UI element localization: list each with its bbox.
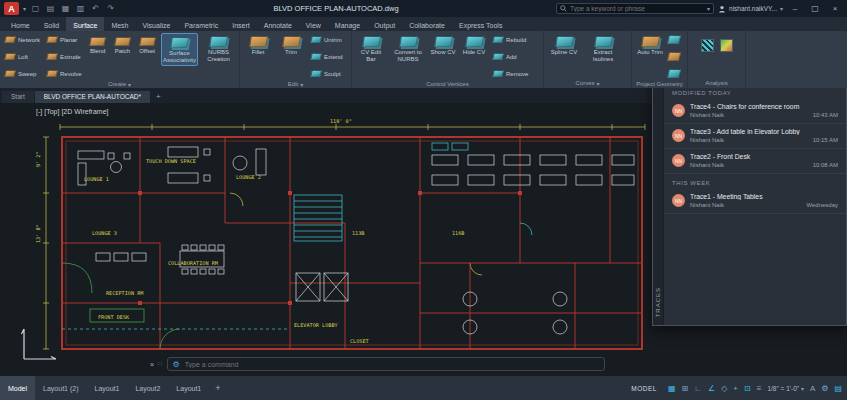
command-input[interactable] <box>185 361 599 368</box>
new-icon[interactable]: ▢ <box>30 4 41 13</box>
minimize-button[interactable]: – <box>787 4 803 13</box>
cv-edit-bar-button[interactable]: CV Edit Bar <box>355 33 387 64</box>
patch-button[interactable]: Patch <box>111 33 133 54</box>
undo-icon[interactable]: ↶ <box>90 4 101 13</box>
layout-tab-layout1-b[interactable]: Layout1 <box>168 376 209 400</box>
panel-label-curves[interactable]: Curves▾ <box>544 78 631 88</box>
print-icon[interactable]: ▥ <box>75 4 86 13</box>
ortho-mode-icon[interactable]: ∟ <box>694 384 702 393</box>
fillet-button[interactable]: Fillet <box>243 33 273 57</box>
offset-button[interactable]: Offset <box>136 33 158 54</box>
zebra-analysis-icon[interactable] <box>701 39 714 52</box>
tab-output[interactable]: Output <box>367 17 402 31</box>
keyword-search[interactable]: ▾ <box>556 3 714 14</box>
panel-label-project-geometry[interactable]: Project Geometry <box>632 80 687 88</box>
project-to-view-icon[interactable] <box>667 52 681 61</box>
customization-icon[interactable]: ▤ <box>834 384 842 393</box>
auto-trim-button[interactable]: Auto Trim <box>635 33 665 57</box>
isometric-drafting-icon[interactable]: ◇ <box>721 384 727 393</box>
trace-list-item[interactable]: NN Trace4 - Chairs for conference room N… <box>664 99 846 124</box>
new-layout-button[interactable]: + <box>209 383 226 393</box>
command-close-icon[interactable]: × <box>150 361 154 368</box>
show-cv-button[interactable]: Show CV <box>429 33 457 57</box>
project-to-ucs-icon[interactable] <box>667 35 681 44</box>
tab-visualize[interactable]: Visualize <box>136 17 178 31</box>
command-customize-icon[interactable]: ⚙ <box>173 360 180 369</box>
nurbs-creation-button[interactable]: NURBS Creation <box>201 33 236 64</box>
loft-button[interactable]: Loft <box>3 52 42 61</box>
trace-list-item[interactable]: NN Trace3 - Add table in Elevator Lobby … <box>664 124 846 149</box>
panel-label-create[interactable]: Create▾ <box>0 80 239 88</box>
extend-button[interactable]: Extend <box>309 52 345 61</box>
trace-list-item[interactable]: NN Trace1 - Meeting Tables Nishant NaikW… <box>664 189 846 214</box>
extract-isolines-button[interactable]: Extract Isolines <box>584 33 622 64</box>
annotation-scale-control[interactable]: 1/8" = 1'-0" ▾ <box>767 385 804 392</box>
tab-express-tools[interactable]: Express Tools <box>452 17 509 31</box>
viewport-visual-style-control[interactable]: [2D Wireframe] <box>61 108 108 115</box>
planar-button[interactable]: Planar <box>45 35 84 44</box>
add-button[interactable]: Add <box>491 52 530 61</box>
remove-button[interactable]: Remove <box>491 69 530 78</box>
convert-to-nurbs-button[interactable]: Convert to NURBS <box>390 33 426 64</box>
open-icon[interactable]: ▤ <box>45 4 56 13</box>
extrude-button[interactable]: Extrude <box>45 52 84 61</box>
network-button[interactable]: Network <box>3 35 42 44</box>
rebuild-button[interactable]: Rebuild <box>491 35 530 44</box>
autocad-logo[interactable]: A <box>4 2 19 15</box>
tab-annotate[interactable]: Annotate <box>257 17 299 31</box>
snap-mode-icon[interactable]: ⊞ <box>681 384 688 393</box>
object-snap-icon[interactable]: ⊡ <box>744 384 751 393</box>
redo-icon[interactable]: ↷ <box>105 4 116 13</box>
grid-display-icon[interactable]: ▦ <box>668 384 676 393</box>
maximize-button[interactable]: ▢ <box>807 4 823 13</box>
new-drawing-tab-button[interactable]: + <box>151 92 166 103</box>
polar-tracking-icon[interactable]: ∠ <box>708 384 715 393</box>
tab-home[interactable]: Home <box>4 17 37 31</box>
save-icon[interactable]: ▦ <box>60 4 71 13</box>
tab-collaborate[interactable]: Collaborate <box>402 17 452 31</box>
tab-solid[interactable]: Solid <box>37 17 67 31</box>
panel-label-control-vertices[interactable]: Control Vertices <box>352 80 543 88</box>
surface-associativity-button[interactable]: Surface Associativity <box>161 33 198 66</box>
file-tab-start[interactable]: Start <box>2 91 34 103</box>
command-grip-handle[interactable]: ∷ <box>158 360 162 368</box>
annotation-scale-icon[interactable]: A <box>810 384 815 393</box>
workspace-settings-icon[interactable]: ⚙ <box>821 384 828 393</box>
tab-parametric[interactable]: Parametric <box>177 17 225 31</box>
command-bar[interactable]: ⚙ <box>167 357 605 371</box>
layout-tab-model[interactable]: Model <box>0 376 35 400</box>
curvature-analysis-icon[interactable] <box>720 39 733 52</box>
untrim-button[interactable]: Untrim <box>309 35 345 44</box>
tab-mesh[interactable]: Mesh <box>104 17 135 31</box>
project-to-2-points-icon[interactable] <box>667 69 681 78</box>
panel-label-analysis[interactable]: Analysis <box>688 78 745 88</box>
user-caret-icon[interactable]: ▾ <box>780 5 783 12</box>
model-space-toggle[interactable]: MODEL <box>626 385 662 392</box>
layout-tab-layout2[interactable]: Layout2 <box>127 376 168 400</box>
viewport-collapse-control[interactable]: [-] <box>36 108 42 115</box>
spline-cv-button[interactable]: Spline CV <box>547 33 581 57</box>
sweep-button[interactable]: Sweep <box>3 69 42 78</box>
tab-surface[interactable]: Surface <box>66 17 104 31</box>
close-button[interactable]: × <box>827 4 843 13</box>
tab-manage[interactable]: Manage <box>328 17 367 31</box>
file-tab-active-drawing[interactable]: BLVD OFFICE PLAN-AUTOCAD* <box>35 91 150 103</box>
tab-view[interactable]: View <box>299 17 328 31</box>
viewport-view-control[interactable]: [Top] <box>44 108 59 115</box>
tab-insert[interactable]: Insert <box>225 17 257 31</box>
layout-tab-layout1[interactable]: Layout1 <box>87 376 128 400</box>
app-menu-caret-icon[interactable]: ▾ <box>23 5 26 12</box>
sculpt-button[interactable]: Sculpt <box>309 69 345 78</box>
search-input[interactable] <box>570 5 704 12</box>
trace-list-item[interactable]: NN Trace2 - Front Desk Nishant Naik10:08… <box>664 149 846 174</box>
revolve-button[interactable]: Revolve <box>45 69 84 78</box>
search-caret-icon[interactable]: ▾ <box>707 5 710 12</box>
lineweight-icon[interactable]: ≡ <box>757 384 762 393</box>
hide-cv-button[interactable]: Hide CV <box>460 33 488 57</box>
signed-in-user[interactable]: nishant.naikVY... ▾ <box>718 5 783 13</box>
trim-button[interactable]: Trim <box>276 33 306 57</box>
blend-button[interactable]: Blend <box>87 33 109 54</box>
layout-tab-layout1-2[interactable]: Layout1 (2) <box>35 376 86 400</box>
traces-palette-title-bar[interactable]: TRACES <box>653 69 664 325</box>
object-snap-tracking-icon[interactable]: + <box>733 384 738 393</box>
